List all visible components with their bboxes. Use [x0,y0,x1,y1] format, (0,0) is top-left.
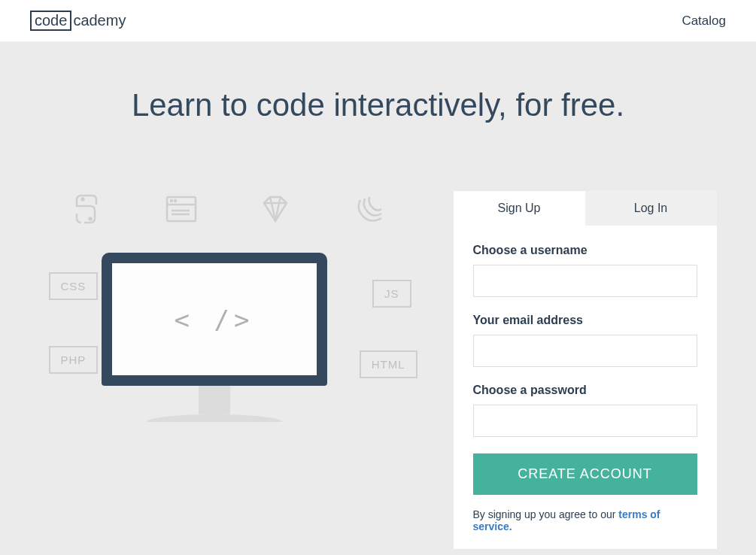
python-icon [68,191,105,232]
header: codecademy Catalog [0,0,756,42]
svg-point-1 [90,218,92,220]
browser-window-icon [162,191,200,232]
terms-prefix: By signing up you agree to our [473,508,619,520]
svg-point-4 [171,200,172,202]
terms-text: By signing up you agree to our terms of … [473,508,697,532]
monitor-stand [199,386,230,414]
username-label: Choose a username [473,244,697,257]
email-label: Your email address [473,314,697,327]
icon-row [40,191,417,232]
hero-section: Learn to code interactively, for free. [0,42,756,555]
monitor-base [147,414,282,422]
tab-signup[interactable]: Sign Up [454,191,585,226]
auth-tabs: Sign Up Log In [454,191,717,226]
signup-form: Choose a username Your email address Cho… [454,226,717,549]
email-input[interactable] [473,335,697,367]
svg-point-0 [82,199,84,201]
nav-catalog-link[interactable]: Catalog [682,14,726,29]
svg-point-5 [175,200,176,202]
ruby-diamond-icon [257,191,294,232]
password-input[interactable] [473,405,697,437]
logo[interactable]: codecademy [30,11,126,31]
password-label: Choose a password [473,384,697,397]
tag-css: CSS [49,272,99,300]
illustration: CSS JS PHP HTML < /> [40,191,417,432]
logo-boxed-text: code [30,11,71,31]
tag-php: PHP [49,346,99,374]
content-row: CSS JS PHP HTML < /> Sign Up Log In Choo… [40,191,717,549]
logo-rest-text: cademy [73,12,126,29]
jquery-icon [351,191,389,232]
signup-card: Sign Up Log In Choose a username Your em… [454,191,717,549]
monitor-illustration: < /> [102,253,327,422]
tag-html: HTML [360,350,417,378]
create-account-button[interactable]: CREATE ACCOUNT [473,453,697,495]
monitor-screen: < /> [112,263,317,375]
monitor-frame: < /> [102,253,327,386]
tab-login[interactable]: Log In [585,191,717,226]
username-input[interactable] [473,265,697,297]
hero-title: Learn to code interactively, for free. [30,87,726,123]
tag-js: JS [372,280,411,308]
